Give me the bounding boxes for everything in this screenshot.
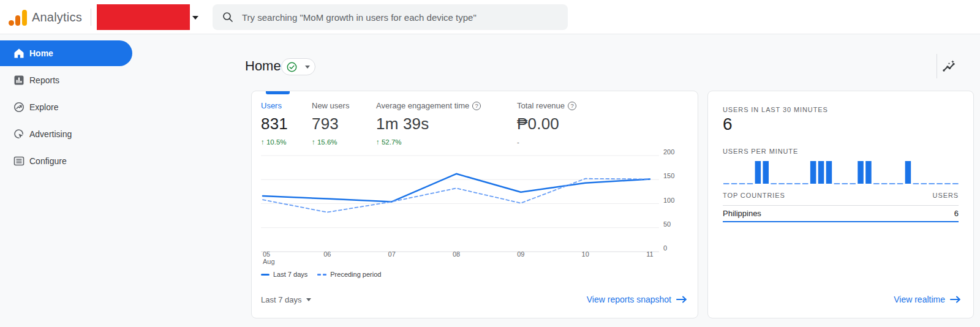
users-per-minute-chart bbox=[723, 159, 960, 187]
sidebar-item-label: Configure bbox=[29, 156, 67, 166]
question-circle-icon[interactable]: ? bbox=[472, 102, 481, 110]
solid-line-swatch-icon bbox=[261, 274, 270, 276]
users-header: USERS bbox=[933, 192, 959, 199]
question-circle-icon[interactable]: ? bbox=[568, 102, 576, 110]
metric-delta: ↑ 15.6% bbox=[312, 138, 349, 146]
sidebar: Home Reports Explore bbox=[0, 34, 141, 327]
home-icon bbox=[13, 48, 24, 59]
search-icon bbox=[222, 12, 233, 23]
users-per-minute-label: USERS PER MINUTE bbox=[723, 148, 959, 155]
country-row[interactable]: Philippines 6 bbox=[723, 209, 959, 218]
sidebar-item-explore[interactable]: Explore bbox=[0, 94, 132, 121]
sidebar-item-label: Reports bbox=[29, 75, 59, 85]
metric-value: 831 bbox=[261, 115, 288, 133]
users-last-30-min-value: 6 bbox=[723, 115, 733, 134]
svg-text:150: 150 bbox=[663, 172, 674, 179]
app-title: Analytics bbox=[32, 0, 82, 34]
metric-label: Users bbox=[261, 101, 288, 110]
sidebar-item-label: Home bbox=[29, 48, 53, 58]
reports-icon bbox=[13, 75, 24, 86]
top-countries-header-row: TOP COUNTRIES USERS bbox=[723, 192, 959, 199]
analytics-logo-icon bbox=[9, 10, 28, 28]
explore-icon bbox=[13, 102, 24, 113]
chevron-down-icon bbox=[305, 66, 310, 69]
account-selector-redacted[interactable] bbox=[97, 4, 190, 30]
users-line-chart: 20015010050005Aug060708091011 bbox=[252, 148, 699, 269]
metric-delta: ↑ 52.7% bbox=[376, 138, 481, 146]
chart-legend: Last 7 days Preceding period bbox=[261, 271, 381, 278]
svg-text:50: 50 bbox=[663, 220, 671, 228]
selected-metric-indicator bbox=[266, 91, 290, 94]
header-divider bbox=[937, 54, 937, 78]
svg-text:07: 07 bbox=[388, 250, 396, 258]
topbar-divider bbox=[91, 9, 91, 26]
legend-last-7-days: Last 7 days bbox=[261, 271, 307, 278]
advertising-icon bbox=[13, 129, 24, 140]
metric-value: ₱0.00 bbox=[517, 115, 576, 133]
metric-label: Average engagement time bbox=[376, 101, 469, 110]
svg-text:Aug: Aug bbox=[263, 258, 275, 265]
chevron-down-icon bbox=[306, 298, 311, 301]
overview-card-footer: Last 7 days View reports snapshot bbox=[261, 295, 687, 304]
page-title: Home bbox=[245, 58, 281, 74]
arrow-right-icon bbox=[950, 296, 961, 303]
svg-text:10: 10 bbox=[582, 250, 589, 258]
realtime-card: USERS IN LAST 30 MINUTES 6 USERS PER MIN… bbox=[707, 91, 974, 318]
svg-text:11: 11 bbox=[646, 250, 653, 258]
home-overview-card: Users 831 ↑ 10.5% New users 793 ↑ 15.6% … bbox=[251, 91, 698, 318]
svg-text:05: 05 bbox=[263, 250, 270, 258]
check-circle-icon bbox=[287, 62, 297, 72]
svg-text:09: 09 bbox=[517, 250, 524, 258]
sidebar-item-reports[interactable]: Reports bbox=[0, 67, 132, 94]
account-chevron-down-icon[interactable] bbox=[192, 16, 198, 20]
arrow-right-icon bbox=[676, 296, 687, 303]
insights-icon[interactable] bbox=[941, 59, 957, 75]
svg-text:0: 0 bbox=[663, 244, 667, 252]
svg-text:200: 200 bbox=[663, 148, 674, 156]
search-input[interactable] bbox=[242, 12, 558, 23]
users-last-30-min-label: USERS IN LAST 30 MINUTES bbox=[723, 106, 959, 113]
date-range-selector[interactable]: Last 7 days bbox=[261, 295, 311, 304]
country-users: 6 bbox=[954, 209, 959, 218]
metric-new-users[interactable]: New users 793 ↑ 15.6% bbox=[312, 101, 349, 146]
page-status-dropdown[interactable] bbox=[281, 58, 315, 75]
top-countries-header: TOP COUNTRIES bbox=[723, 192, 785, 199]
topbar: Analytics bbox=[0, 0, 980, 34]
metric-delta: - bbox=[517, 138, 576, 146]
view-realtime-link[interactable]: View realtime bbox=[894, 295, 961, 304]
metric-label: Total revenue bbox=[517, 101, 565, 110]
metric-label: New users bbox=[312, 101, 349, 110]
dashed-line-swatch-icon bbox=[317, 274, 326, 276]
metric-value: 793 bbox=[312, 115, 349, 133]
country-share-bar bbox=[723, 221, 959, 222]
sidebar-item-label: Advertising bbox=[29, 129, 72, 139]
sidebar-item-label: Explore bbox=[29, 102, 58, 112]
metric-value: 1m 39s bbox=[376, 115, 481, 133]
svg-text:06: 06 bbox=[323, 250, 331, 258]
sidebar-item-home[interactable]: Home bbox=[0, 40, 132, 66]
search-bar[interactable] bbox=[213, 4, 568, 30]
metric-avg-engagement-time[interactable]: Average engagement time ? 1m 39s ↑ 52.7% bbox=[376, 101, 481, 146]
table-divider bbox=[723, 205, 959, 206]
sidebar-item-configure[interactable]: Configure bbox=[0, 148, 132, 175]
sidebar-item-advertising[interactable]: Advertising bbox=[0, 121, 132, 148]
svg-text:100: 100 bbox=[663, 197, 674, 204]
country-name: Philippines bbox=[723, 209, 761, 218]
legend-preceding-period: Preceding period bbox=[317, 271, 381, 278]
date-range-label: Last 7 days bbox=[261, 295, 302, 304]
configure-icon bbox=[13, 156, 24, 167]
metric-delta: ↑ 10.5% bbox=[261, 138, 288, 146]
metric-users[interactable]: Users 831 ↑ 10.5% bbox=[261, 101, 288, 146]
svg-text:08: 08 bbox=[453, 250, 460, 258]
metric-total-revenue[interactable]: Total revenue ? ₱0.00 - bbox=[517, 101, 576, 146]
view-reports-snapshot-link[interactable]: View reports snapshot bbox=[587, 295, 687, 304]
